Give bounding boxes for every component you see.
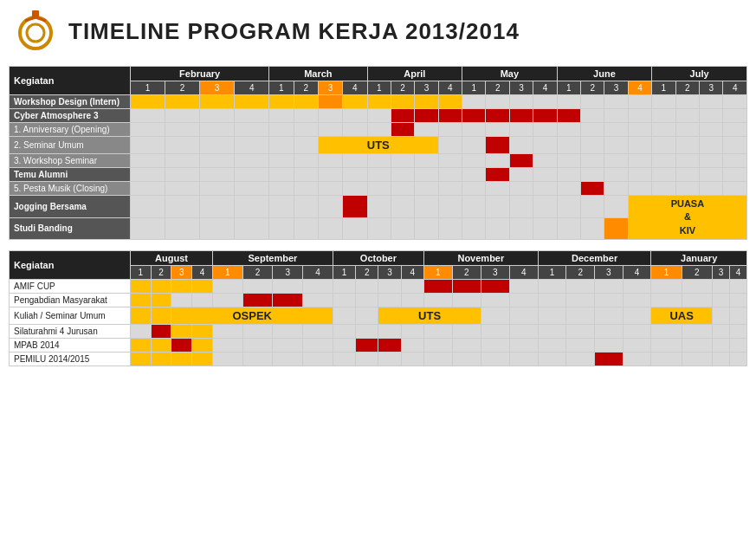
jul-3: 3: [699, 81, 722, 95]
table2-container: Kegiatan August September October Novemb…: [9, 250, 747, 366]
jun-4: 4: [628, 81, 651, 95]
label-pemilu: PEMILU 2014/2015: [10, 353, 131, 366]
row-silaturahmi: Silaturahmi 4 Jurusan: [10, 325, 747, 339]
row-mpab: MPAB 2014: [10, 339, 747, 353]
may-1: 1: [462, 81, 486, 95]
month-september: September: [212, 251, 333, 266]
jul-2: 2: [675, 81, 699, 95]
label-seminar-umum: 2. Seminar Umum: [10, 137, 131, 154]
mar-1: 1: [269, 81, 294, 95]
svg-text:S: S: [33, 29, 38, 36]
month-april: April: [367, 67, 462, 81]
logo-icon: S: [13, 9, 58, 54]
month-january: January: [651, 251, 747, 266]
timeline-table-2: Kegiatan August September October Novemb…: [9, 250, 747, 366]
month-march: March: [269, 67, 367, 81]
label-amif-cup: AMIF CUP: [10, 280, 131, 294]
month-may: May: [462, 67, 558, 81]
may-3: 3: [509, 81, 533, 95]
row-kuliah: Kuliah / Seminar Umum OSPEK UTS UAS: [10, 307, 747, 325]
mar-4: 4: [343, 81, 367, 95]
label-anniversary: 1. Anniversary (Opening): [10, 123, 131, 137]
month-june: June: [557, 67, 652, 81]
label-workshop-design: Workshop Design (Intern): [10, 95, 131, 109]
label-jogging: Jogging Bersama: [10, 196, 131, 218]
apr-2: 2: [391, 81, 414, 95]
label-cyber-atm: Cyber Atmosphere 3: [10, 109, 131, 123]
row-cyber-atm: Cyber Atmosphere 3: [10, 109, 747, 123]
jul-4: 4: [723, 81, 747, 95]
month-february: February: [131, 67, 269, 81]
row-amif-cup: AMIF CUP: [10, 280, 747, 294]
label-pesta-musik: 5. Pesta Musik (Closing): [10, 182, 131, 196]
apr-4: 4: [438, 81, 462, 95]
month-december: December: [538, 251, 651, 266]
row-jogging: Jogging Bersama PUASA&KIV: [10, 196, 747, 218]
feb-3: 3: [200, 81, 235, 95]
label-studi-banding: Studi Banding: [10, 217, 131, 240]
label-temu-alumni: Temu Alumni: [10, 168, 131, 182]
kegiatan-header-2: Kegiatan: [10, 251, 131, 280]
row-pengabdian: Pengabdian Masyarakat: [10, 294, 747, 307]
mar-2: 2: [294, 81, 318, 95]
svg-rect-3: [32, 10, 39, 17]
may-2: 2: [486, 81, 509, 95]
jun-1: 1: [557, 81, 580, 95]
label-kuliah: Kuliah / Seminar Umum: [10, 307, 131, 325]
jul-1: 1: [652, 81, 675, 95]
apr-3: 3: [415, 81, 438, 95]
feb-1: 1: [131, 81, 165, 95]
row-temu-alumni: Temu Alumni: [10, 168, 747, 182]
apr-1: 1: [367, 81, 391, 95]
page-header: S TIMELINE PROGRAM KERJA 2013/2014: [9, 9, 747, 54]
label-mpab: MPAB 2014: [10, 339, 131, 353]
timeline-table-1: Kegiatan February March April May June J…: [9, 66, 747, 240]
jun-2: 2: [581, 81, 604, 95]
month-october: October: [333, 251, 423, 266]
row-workshop-design: Workshop Design (Intern): [10, 95, 747, 109]
row-pemilu: PEMILU 2014/2015: [10, 353, 747, 366]
label-workshop-seminar: 3. Workshop Seminar: [10, 154, 131, 168]
feb-2: 2: [165, 81, 200, 95]
may-4: 4: [533, 81, 557, 95]
label-silaturahmi: Silaturahmi 4 Jurusan: [10, 325, 131, 339]
mar-3: 3: [318, 81, 342, 95]
kegiatan-header-1: Kegiatan: [10, 67, 131, 95]
row-anniversary: 1. Anniversary (Opening): [10, 123, 747, 137]
row-seminar-umum: 2. Seminar Umum UTS: [10, 137, 747, 154]
month-august: August: [131, 251, 213, 266]
table1-container: Kegiatan February March April May June J…: [9, 66, 747, 240]
row-workshop-seminar: 3. Workshop Seminar: [10, 154, 747, 168]
feb-4: 4: [235, 81, 269, 95]
month-november: November: [423, 251, 538, 266]
jun-3: 3: [604, 81, 628, 95]
label-pengabdian: Pengabdian Masyarakat: [10, 294, 131, 307]
page-title: TIMELINE PROGRAM KERJA 2013/2014: [68, 18, 520, 45]
row-pesta-musik: 5. Pesta Musik (Closing): [10, 182, 747, 196]
month-july: July: [652, 67, 747, 81]
